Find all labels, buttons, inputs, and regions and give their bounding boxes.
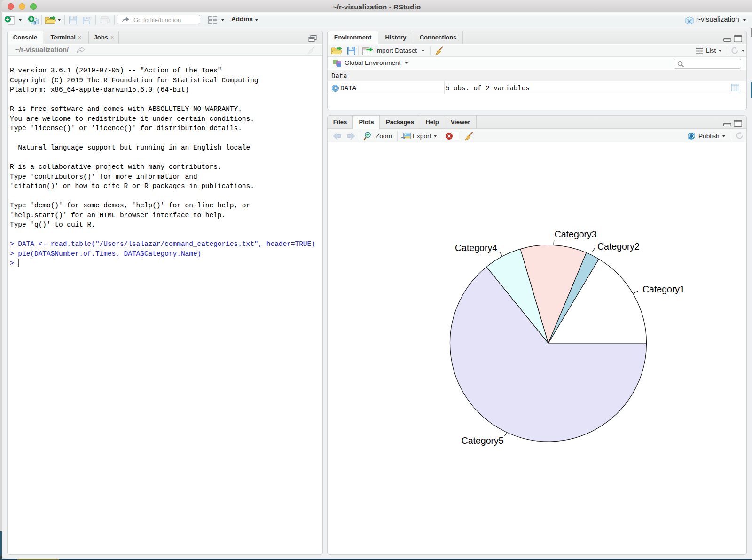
svg-text:Category1: Category1 [642,284,685,294]
svg-text:R: R [33,20,37,25]
svg-text:Category2: Category2 [597,241,640,252]
svg-text:Category3: Category3 [555,229,597,239]
svg-text:Category5: Category5 [462,435,504,446]
svg-text:Category4: Category4 [455,243,497,253]
svg-text:R: R [688,19,691,24]
